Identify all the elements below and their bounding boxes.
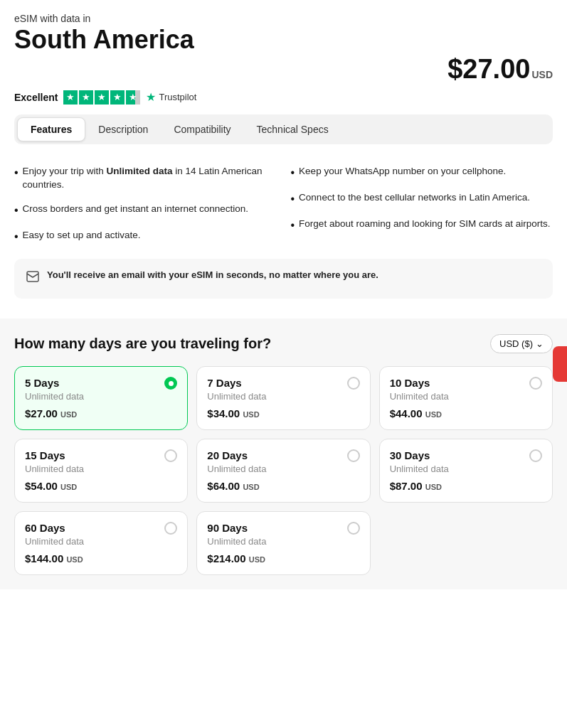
price-currency: USD (531, 69, 553, 80)
plan-price-15days: $54.00 USD (25, 480, 177, 492)
plan-price-7days: $34.00 USD (207, 407, 359, 419)
plan-days-7days: 7 Days (207, 377, 359, 389)
plan-days-15days: 15 Days (25, 449, 177, 461)
plan-data-7days: Unlimited data (207, 391, 359, 402)
feature-left-2-text: Cross borders and get instant an interne… (23, 202, 248, 216)
tab-compatibility[interactable]: Compatibility (161, 117, 243, 141)
star-3: ★ (95, 90, 109, 105)
bullet-6: • (291, 217, 295, 233)
plan-days-5days: 5 Days (25, 377, 177, 389)
feature-right-1-text: Keep your WhatsApp number on your cellph… (299, 164, 506, 178)
plan-price-usd-5days: USD (60, 410, 77, 419)
plan-price-usd-15days: USD (60, 483, 77, 491)
tabs-row: Features Description Compatibility Techn… (14, 114, 553, 144)
plan-days-10days: 10 Days (390, 377, 542, 389)
currency-dropdown[interactable]: USD ($) ⌄ (490, 334, 553, 353)
travel-section: How many days are you traveling for? USD… (0, 318, 567, 589)
plan-data-30days: Unlimited data (390, 464, 542, 474)
feature-left-3: • Easy to set up and activate. (14, 228, 277, 245)
plan-data-10days: Unlimited data (390, 391, 542, 402)
feature-right-1: • Keep your WhatsApp number on your cell… (291, 164, 553, 181)
plan-price-60days: $144.00 USD (25, 552, 177, 564)
price-row: $27.00 USD (0, 54, 567, 85)
plan-days-90days: 90 Days (207, 522, 359, 534)
plan-days-60days: 60 Days (25, 522, 177, 534)
plan-price-usd-90days: USD (249, 555, 265, 564)
plan-price-usd-7days: USD (243, 410, 259, 419)
features-section: • Enjoy your trip with Unlimited data in… (0, 157, 567, 312)
currency-label: USD ($) (499, 338, 533, 349)
plan-price-5days: $27.00 USD (25, 407, 177, 419)
travel-header: How many days are you traveling for? USD… (14, 334, 553, 353)
feature-right-3-text: Forget about roaming and looking for SIM… (299, 217, 550, 231)
plan-price-20days: $64.00 USD (207, 480, 359, 492)
plan-card-7days[interactable]: 7 DaysUnlimited data$34.00 USD (196, 366, 370, 430)
tab-description[interactable]: Description (85, 117, 161, 141)
tab-features[interactable]: Features (17, 117, 85, 141)
plan-data-20days: Unlimited data (207, 464, 359, 474)
page-title: South America (14, 26, 553, 54)
plan-data-15days: Unlimited data (25, 464, 177, 474)
plan-card-20days[interactable]: 20 DaysUnlimited data$64.00 USD (196, 439, 370, 503)
bullet-2: • (14, 202, 18, 218)
trustpilot-logo: ★ Trustpilot (146, 90, 196, 104)
plan-card-60days[interactable]: 60 DaysUnlimited data$144.00 USD (14, 511, 188, 575)
page-subtitle: eSIM with data in (14, 13, 553, 24)
plan-price-90days: $214.00 USD (207, 552, 359, 564)
plan-price-usd-30days: USD (425, 483, 442, 491)
radio-90days (347, 522, 360, 535)
travel-title: How many days are you traveling for? (14, 336, 271, 352)
plan-card-90days[interactable]: 90 DaysUnlimited data$214.00 USD (196, 511, 370, 575)
feature-left-1-text: Enjoy your trip with Unlimited data in 1… (23, 164, 277, 192)
side-feedback-button[interactable] (553, 346, 567, 382)
features-right-col: • Keep your WhatsApp number on your cell… (291, 164, 553, 255)
feature-left-1: • Enjoy your trip with Unlimited data in… (14, 164, 277, 192)
email-notice-text: You'll receive an email with your eSIM i… (47, 269, 378, 282)
trustpilot-row: Excellent ★ ★ ★ ★ ★ ★ Trustpilot (0, 85, 567, 114)
bullet-1: • (14, 164, 18, 181)
bullet-4: • (291, 164, 295, 181)
trustpilot-stars: ★ ★ ★ ★ ★ (63, 90, 140, 105)
plan-days-20days: 20 Days (207, 449, 359, 461)
star-5-half: ★ (126, 90, 140, 105)
plan-card-15days[interactable]: 15 DaysUnlimited data$54.00 USD (14, 439, 188, 503)
bullet-5: • (291, 191, 295, 207)
star-1: ★ (63, 90, 78, 105)
bullet-3: • (14, 228, 18, 245)
currency-chevron-icon: ⌄ (536, 338, 544, 349)
feature-left-2: • Cross borders and get instant an inter… (14, 202, 277, 218)
header-section: eSIM with data in South America (0, 0, 567, 61)
plans-grid: 5 DaysUnlimited data$27.00 USD7 DaysUnli… (14, 366, 553, 575)
radio-7days (347, 377, 360, 390)
plan-data-90days: Unlimited data (207, 536, 359, 547)
star-4: ★ (110, 90, 124, 105)
plan-card-30days[interactable]: 30 DaysUnlimited data$87.00 USD (379, 439, 553, 503)
trustpilot-text: Trustpilot (159, 92, 196, 102)
plan-card-10days[interactable]: 10 DaysUnlimited data$44.00 USD (379, 366, 553, 430)
plan-card-5days[interactable]: 5 DaysUnlimited data$27.00 USD (14, 366, 188, 430)
feature-right-2: • Connect to the best cellular networks … (291, 191, 553, 207)
trustpilot-label: Excellent (14, 92, 58, 103)
price-value: $27.00 (447, 54, 530, 85)
plan-price-usd-60days: USD (66, 555, 83, 564)
plan-data-60days: Unlimited data (25, 536, 177, 547)
plan-days-30days: 30 Days (390, 449, 542, 461)
tab-technical-specs[interactable]: Technical Specs (244, 117, 341, 141)
plan-data-5days: Unlimited data (25, 391, 177, 402)
star-2: ★ (79, 90, 93, 105)
features-grid: • Enjoy your trip with Unlimited data in… (14, 164, 553, 255)
features-left-col: • Enjoy your trip with Unlimited data in… (14, 164, 277, 255)
feature-right-2-text: Connect to the best cellular networks in… (299, 191, 530, 205)
plan-price-10days: $44.00 USD (390, 407, 542, 419)
plan-price-usd-10days: USD (425, 410, 442, 419)
feature-left-3-text: Easy to set up and activate. (23, 228, 141, 242)
feature-right-3: • Forget about roaming and looking for S… (291, 217, 553, 233)
tp-icon: ★ (146, 90, 156, 104)
email-notice: You'll receive an email with your eSIM i… (14, 259, 553, 299)
radio-20days (347, 449, 360, 462)
plan-price-usd-20days: USD (243, 483, 259, 491)
plan-price-30days: $87.00 USD (390, 480, 542, 492)
email-icon (26, 269, 40, 289)
